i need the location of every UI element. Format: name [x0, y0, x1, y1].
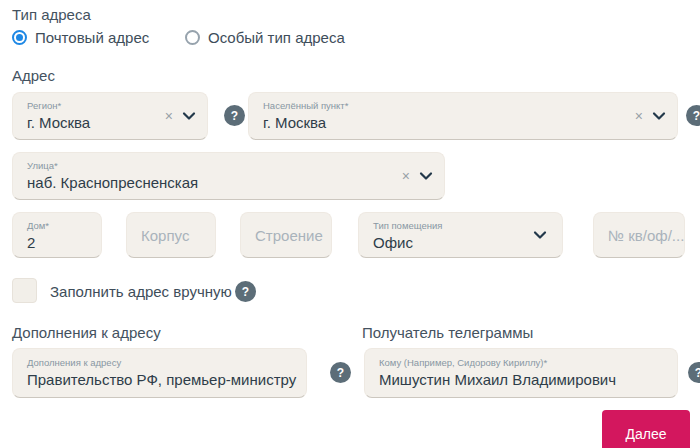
recipient-value: Мишустин Михаил Владимирович: [365, 368, 677, 389]
street-value: наб. Краснопресненская: [13, 171, 444, 192]
clear-icon[interactable]: ×: [635, 109, 643, 123]
house-field[interactable]: Дом* 2: [12, 212, 102, 258]
radio-label: Особый тип адреса: [208, 29, 345, 46]
recipient-field[interactable]: Кому (Например, Сидорову Кириллу)* Мишус…: [364, 348, 678, 398]
region-label: Регион*: [13, 93, 207, 111]
radio-option-postal-address[interactable]: Почтовый адрес: [12, 28, 149, 46]
street-label: Улица*: [13, 153, 444, 171]
radio-label: Почтовый адрес: [35, 29, 149, 46]
chevron-down-icon[interactable]: [181, 108, 197, 124]
settlement-help-icon[interactable]: ?: [686, 105, 700, 126]
house-label: Дом*: [13, 213, 101, 231]
region-field[interactable]: Регион* г. Москва ×: [12, 92, 208, 140]
manual-fill-help-icon[interactable]: ?: [235, 281, 256, 302]
building-placeholder: Корпус: [127, 213, 215, 257]
premise-type-select[interactable]: Тип помещения Офис: [358, 212, 563, 258]
additions-field[interactable]: Дополнения к адресу Правительство РФ, пр…: [12, 348, 307, 398]
next-button[interactable]: Далее: [602, 410, 690, 448]
recipient-label: Кому (Например, Сидорову Кириллу)*: [365, 349, 677, 368]
chevron-down-icon[interactable]: [651, 108, 667, 124]
street-field[interactable]: Улица* наб. Краснопресненская ×: [12, 152, 445, 200]
settlement-label: Населённый пункт*: [249, 93, 677, 111]
region-value: г. Москва: [13, 111, 207, 132]
building-field[interactable]: Корпус: [126, 212, 216, 258]
house-value: 2: [13, 231, 101, 252]
chevron-down-icon[interactable]: [418, 168, 434, 184]
chevron-down-icon[interactable]: [532, 227, 548, 243]
address-type-title: Тип адреса: [12, 6, 91, 23]
manual-fill-checkbox[interactable]: [12, 278, 37, 303]
recipient-help-icon[interactable]: ?: [688, 362, 700, 383]
settlement-field[interactable]: Населённый пункт* г. Москва ×: [248, 92, 678, 140]
settlement-value: г. Москва: [249, 111, 677, 132]
address-title: Адрес: [12, 67, 55, 84]
clear-icon[interactable]: ×: [402, 169, 410, 183]
additions-title: Дополнения к адресу: [12, 324, 161, 341]
region-help-icon[interactable]: ?: [224, 105, 245, 126]
radio-selected-icon: [12, 30, 27, 45]
clear-icon[interactable]: ×: [165, 109, 173, 123]
apartment-field[interactable]: № кв/оф/...: [593, 212, 685, 258]
additions-value: Правительство РФ, премьер-министру: [13, 368, 306, 389]
recipient-title: Получатель телеграммы: [362, 324, 533, 341]
radio-unselected-icon: [185, 30, 200, 45]
structure-placeholder: Строение: [241, 213, 331, 257]
additions-help-icon[interactable]: ?: [330, 362, 351, 383]
additions-label: Дополнения к адресу: [13, 349, 306, 368]
structure-field[interactable]: Строение: [240, 212, 332, 258]
telegram-address-form: Тип адреса Почтовый адрес Особый тип адр…: [0, 0, 700, 448]
apartment-placeholder: № кв/оф/...: [594, 213, 684, 257]
radio-option-special-address-type[interactable]: Особый тип адреса: [185, 28, 345, 46]
manual-fill-label: Заполнить адрес вручную: [50, 283, 232, 300]
